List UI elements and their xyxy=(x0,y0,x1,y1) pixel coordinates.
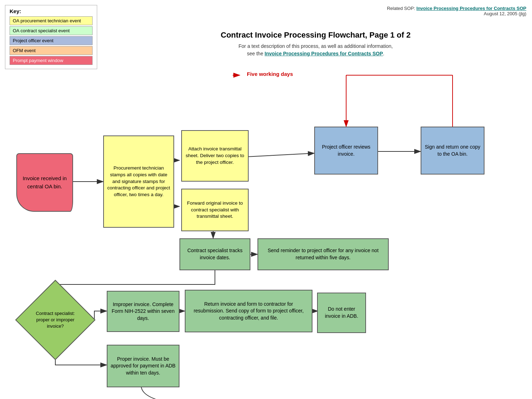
return-invoice-text: Return invoice and form to contractor fo… xyxy=(188,301,309,322)
sign-return-box: Sign and return one copy to the OA bin. xyxy=(421,127,484,174)
key-title: Key: xyxy=(10,8,93,14)
key-item-0: OA procurement technician event xyxy=(10,16,93,25)
contract-specialist-tracks-text: Contract specialist tracks invoice dates… xyxy=(183,247,247,261)
do-not-enter-text: Do not enter invoice in ADB. xyxy=(321,306,362,320)
key-item-3: OFM event xyxy=(10,46,93,55)
sign-return-text: Sign and return one copy to the OA bin. xyxy=(424,144,481,157)
key-item-1: OA contract specialist event xyxy=(10,26,93,35)
forward-original-text: Forward original invoice to contract spe… xyxy=(185,200,245,220)
flowchart-arrows xyxy=(6,65,523,399)
header-right: Related SOP: Invoice Processing Procedur… xyxy=(387,6,526,16)
attach-transmittal-text: Attach invoice transmittal sheet. Delive… xyxy=(185,146,245,166)
procurement-tech-box: Procurement technician stamps all copies… xyxy=(103,135,174,228)
proper-invoice-box: Proper invoice. Must be approved for pay… xyxy=(107,345,179,387)
page: Related SOP: Invoice Processing Procedur… xyxy=(0,0,532,399)
five-days-text: Five working days xyxy=(247,71,293,77)
related-sop-link[interactable]: Invoice Processing Procedures for Contra… xyxy=(416,6,526,11)
subtitle-line1: For a text description of this process, … xyxy=(239,43,393,49)
return-invoice-box: Return invoice and form to contractor fo… xyxy=(185,290,312,332)
project-officer-reviews-text: Project officer reviews invoice. xyxy=(318,144,375,157)
invoice-received-box: Invoice received in central OA bin. xyxy=(16,153,73,212)
subtitle-line2-post: . xyxy=(383,51,384,56)
proper-improper-text: Contract specialist: proper or improper … xyxy=(34,310,77,330)
key-item-2: Project officer event xyxy=(10,36,93,45)
five-days-label: Five working days xyxy=(247,71,293,77)
forward-original-box: Forward original invoice to contract spe… xyxy=(181,189,249,231)
diamond-text: Contract specialist: proper or improper … xyxy=(27,292,84,348)
subtitle: For a text description of this process, … xyxy=(105,43,526,57)
subtitle-line2-pre: see the xyxy=(247,51,265,56)
key-box: Key: OA procurement technician event OA … xyxy=(5,5,97,69)
header-date: August 12, 2005 (jlg) xyxy=(387,11,526,16)
procurement-tech-text: Procurement technician stamps all copies… xyxy=(107,165,171,198)
improper-invoice-text: Improper invoice. Complete Form NIH-2522… xyxy=(110,301,176,322)
flowchart: Five working days xyxy=(6,65,523,399)
send-reminder-box: Send reminder to project officer for any… xyxy=(257,238,389,270)
improper-invoice-box: Improper invoice. Complete Form NIH-2522… xyxy=(107,291,179,332)
related-sop-line: Related SOP: Invoice Processing Procedur… xyxy=(387,6,526,11)
related-sop-prefix: Related SOP: xyxy=(387,6,416,11)
subtitle-link[interactable]: Invoice Processing Procedures for Contra… xyxy=(265,51,383,56)
attach-transmittal-box: Attach invoice transmittal sheet. Delive… xyxy=(181,130,249,182)
proper-invoice-text: Proper invoice. Must be approved for pay… xyxy=(110,356,176,377)
contract-specialist-tracks-box: Contract specialist tracks invoice dates… xyxy=(179,238,250,270)
title-area: Contract Invoice Processing Flowchart, P… xyxy=(105,31,526,57)
send-reminder-text: Send reminder to project officer for any… xyxy=(261,247,385,261)
main-title: Contract Invoice Processing Flowchart, P… xyxy=(105,31,526,40)
svg-line-9 xyxy=(247,153,314,157)
key-item-4: Prompt payment window xyxy=(10,56,93,65)
invoice-received-text: Invoice received in central OA bin. xyxy=(20,174,70,190)
project-officer-reviews-box: Project officer reviews invoice. xyxy=(314,127,378,174)
do-not-enter-box: Do not enter invoice in ADB. xyxy=(317,293,366,333)
diamond-container: Contract specialist: proper or improper … xyxy=(27,292,84,348)
